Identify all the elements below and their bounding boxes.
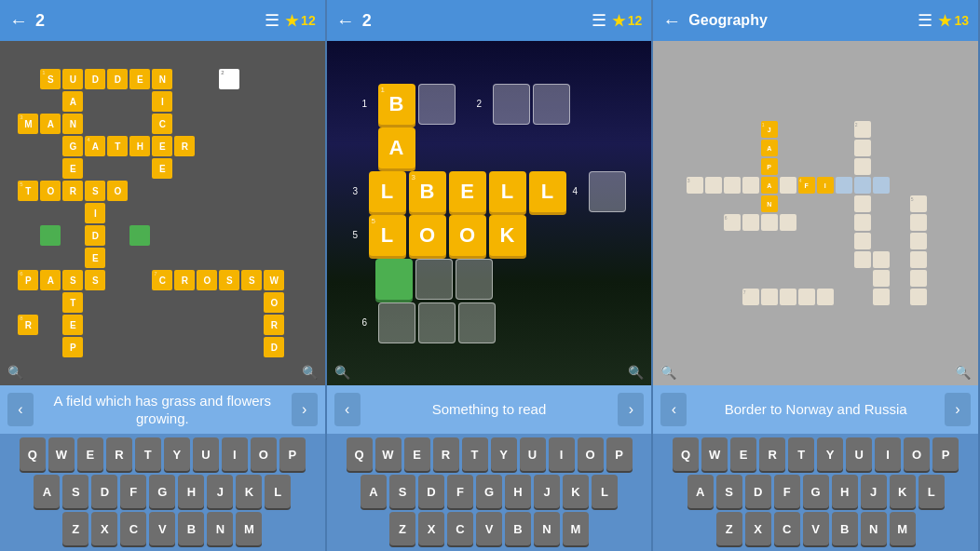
key-o-2[interactable]: O bbox=[578, 437, 604, 471]
hint-prev-3[interactable]: ‹ bbox=[660, 393, 687, 426]
menu-icon-1[interactable]: ☰ bbox=[265, 10, 279, 31]
key-f-2[interactable]: F bbox=[447, 475, 473, 508]
key-e-3[interactable]: E bbox=[730, 437, 756, 471]
key-x-2[interactable]: X bbox=[418, 512, 444, 545]
key-n-3[interactable]: N bbox=[861, 512, 887, 545]
key-h-3[interactable]: H bbox=[832, 475, 858, 508]
tile-empty-1 bbox=[418, 84, 456, 125]
key-c-1[interactable]: C bbox=[120, 512, 146, 545]
key-m-3[interactable]: M bbox=[890, 512, 916, 545]
key-g-1[interactable]: G bbox=[149, 475, 175, 508]
key-j-2[interactable]: J bbox=[534, 475, 560, 508]
key-r-1[interactable]: R bbox=[106, 437, 132, 471]
key-g-2[interactable]: G bbox=[476, 475, 502, 508]
zoom-out-icon-2[interactable]: 🔍 bbox=[628, 365, 644, 380]
key-x-3[interactable]: X bbox=[745, 512, 771, 545]
key-i-1[interactable]: I bbox=[222, 437, 248, 471]
key-d-2[interactable]: D bbox=[418, 475, 444, 508]
key-r-3[interactable]: R bbox=[759, 437, 785, 471]
key-y-2[interactable]: Y bbox=[491, 437, 517, 471]
key-r-2[interactable]: R bbox=[433, 437, 459, 471]
key-x-1[interactable]: X bbox=[91, 512, 117, 545]
hint-prev-2[interactable]: ‹ bbox=[334, 393, 361, 426]
menu-icon-2[interactable]: ☰ bbox=[592, 10, 606, 31]
key-e-1[interactable]: E bbox=[77, 437, 103, 471]
key-f-1[interactable]: F bbox=[120, 475, 146, 508]
key-k-3[interactable]: K bbox=[890, 475, 916, 508]
key-v-3[interactable]: V bbox=[803, 512, 829, 545]
key-s-2[interactable]: S bbox=[389, 475, 415, 508]
star-icon-1: ★ bbox=[285, 12, 298, 30]
crossword-grid-3: 1J 2 A bbox=[687, 121, 946, 305]
key-u-2[interactable]: U bbox=[520, 437, 546, 471]
key-q-1[interactable]: Q bbox=[20, 437, 46, 471]
key-j-3[interactable]: J bbox=[861, 475, 887, 508]
key-q-2[interactable]: Q bbox=[347, 437, 373, 471]
key-j-1[interactable]: J bbox=[207, 475, 233, 508]
key-u-3[interactable]: U bbox=[846, 437, 872, 471]
key-v-2[interactable]: V bbox=[476, 512, 502, 545]
key-c-2[interactable]: C bbox=[447, 512, 473, 545]
key-h-1[interactable]: H bbox=[178, 475, 204, 508]
key-l-2[interactable]: L bbox=[592, 475, 618, 508]
key-p-1[interactable]: P bbox=[279, 437, 306, 471]
zoom-out-icon-1[interactable]: 🔍 bbox=[302, 365, 318, 380]
back-button-2[interactable]: ← bbox=[336, 10, 355, 32]
key-h-2[interactable]: H bbox=[505, 475, 531, 508]
key-w-3[interactable]: W bbox=[701, 437, 728, 471]
key-s-1[interactable]: S bbox=[62, 475, 88, 508]
key-z-2[interactable]: Z bbox=[389, 512, 415, 545]
key-a-1[interactable]: A bbox=[34, 475, 60, 508]
key-m-2[interactable]: M bbox=[563, 512, 589, 545]
key-c-3[interactable]: C bbox=[774, 512, 800, 545]
key-b-3[interactable]: B bbox=[832, 512, 858, 545]
key-m-1[interactable]: M bbox=[236, 512, 262, 545]
key-t-2[interactable]: T bbox=[462, 437, 488, 471]
key-e-2[interactable]: E bbox=[404, 437, 430, 471]
key-t-1[interactable]: T bbox=[135, 437, 161, 471]
key-o-3[interactable]: O bbox=[904, 437, 930, 471]
key-g-3[interactable]: G bbox=[803, 475, 829, 508]
key-d-3[interactable]: D bbox=[745, 475, 771, 508]
key-q-3[interactable]: Q bbox=[673, 437, 699, 471]
hint-next-1[interactable]: › bbox=[292, 393, 318, 426]
key-b-1[interactable]: B bbox=[178, 512, 204, 545]
key-a-2[interactable]: A bbox=[361, 475, 387, 508]
key-u-1[interactable]: U bbox=[193, 437, 219, 471]
key-y-1[interactable]: Y bbox=[164, 437, 190, 471]
key-s-3[interactable]: S bbox=[716, 475, 742, 508]
key-w-2[interactable]: W bbox=[375, 437, 402, 471]
key-a-3[interactable]: A bbox=[687, 475, 714, 508]
key-p-3[interactable]: P bbox=[932, 437, 959, 471]
key-l-3[interactable]: L bbox=[919, 475, 945, 508]
back-button-1[interactable]: ← bbox=[9, 10, 28, 32]
key-l-1[interactable]: L bbox=[265, 475, 291, 508]
key-b-2[interactable]: B bbox=[505, 512, 531, 545]
key-z-3[interactable]: Z bbox=[716, 512, 742, 545]
menu-icon-3[interactable]: ☰ bbox=[918, 10, 932, 31]
zoom-in-icon-3[interactable]: 🔍 bbox=[660, 365, 676, 380]
key-f-3[interactable]: F bbox=[774, 475, 800, 508]
key-p-2[interactable]: P bbox=[606, 437, 633, 471]
hint-prev-1[interactable]: ‹ bbox=[7, 393, 34, 426]
key-n-1[interactable]: N bbox=[207, 512, 233, 545]
key-k-1[interactable]: K bbox=[236, 475, 262, 508]
hint-next-3[interactable]: › bbox=[945, 393, 971, 426]
back-button-3[interactable]: ← bbox=[662, 10, 681, 32]
zoom-in-icon-1[interactable]: 🔍 bbox=[7, 365, 23, 380]
key-t-3[interactable]: T bbox=[788, 437, 814, 471]
hint-next-2[interactable]: › bbox=[618, 393, 644, 426]
key-z-1[interactable]: Z bbox=[62, 512, 88, 545]
key-k-2[interactable]: K bbox=[563, 475, 589, 508]
key-d-1[interactable]: D bbox=[91, 475, 117, 508]
p2-row-1: 1 1B 2 bbox=[362, 84, 570, 125]
zoom-in-icon-2[interactable]: 🔍 bbox=[334, 365, 350, 380]
key-y-3[interactable]: Y bbox=[817, 437, 843, 471]
key-i-2[interactable]: I bbox=[549, 437, 575, 471]
key-n-2[interactable]: N bbox=[534, 512, 560, 545]
key-v-1[interactable]: V bbox=[149, 512, 175, 545]
key-w-1[interactable]: W bbox=[48, 437, 75, 471]
zoom-out-icon-3[interactable]: 🔍 bbox=[955, 365, 971, 380]
key-o-1[interactable]: O bbox=[251, 437, 277, 471]
key-i-3[interactable]: I bbox=[875, 437, 901, 471]
